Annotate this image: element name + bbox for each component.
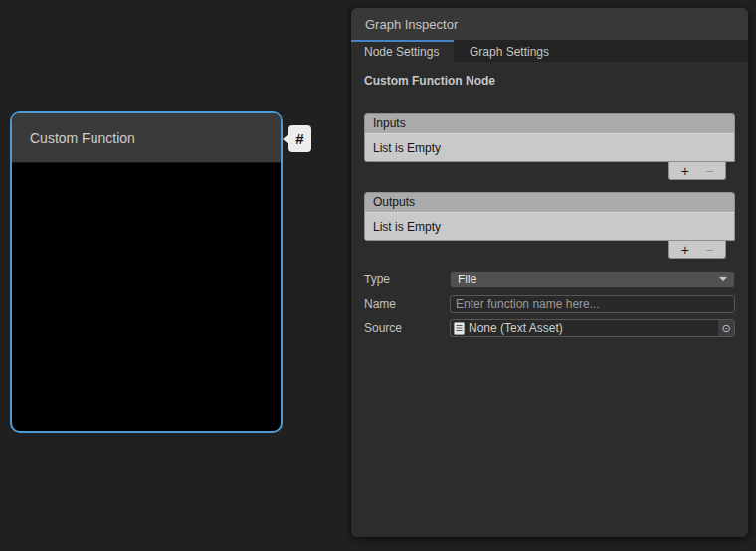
source-field-row: Source None (Text Asset) ⊙ bbox=[364, 319, 735, 337]
source-control: None (Text Asset) ⊙ bbox=[450, 319, 735, 337]
inputs-empty-text: List is Empty bbox=[373, 141, 441, 155]
outputs-list-box: Outputs List is Empty bbox=[364, 192, 735, 241]
node-title: Custom Function bbox=[30, 130, 135, 146]
text-asset-icon bbox=[454, 322, 465, 335]
outputs-empty-text: List is Empty bbox=[373, 220, 441, 234]
section-title: Custom Function Node bbox=[364, 74, 735, 88]
outputs-list-footer: + − bbox=[668, 241, 726, 259]
outputs-list-empty-row: List is Empty bbox=[365, 213, 734, 240]
type-dropdown-value: File bbox=[458, 273, 476, 286]
inspector-content: Custom Function Node Inputs List is Empt… bbox=[351, 74, 748, 337]
outputs-add-button[interactable]: + bbox=[681, 243, 689, 257]
source-object-value: None (Text Asset) bbox=[469, 321, 563, 335]
inputs-list-empty-row: List is Empty bbox=[365, 134, 734, 161]
name-label: Name bbox=[364, 297, 450, 311]
node-title-bar: Custom Function bbox=[12, 113, 281, 163]
name-field-row: Name bbox=[364, 294, 735, 313]
hash-badge[interactable]: # bbox=[288, 125, 311, 152]
inputs-remove-button[interactable]: − bbox=[705, 164, 713, 178]
outputs-remove-button[interactable]: − bbox=[705, 243, 713, 257]
inputs-add-button[interactable]: + bbox=[681, 164, 689, 178]
source-object-field[interactable]: None (Text Asset) bbox=[450, 319, 735, 337]
type-control: File bbox=[450, 271, 735, 288]
name-input[interactable] bbox=[450, 295, 735, 313]
tab-node-settings-label: Node Settings bbox=[364, 45, 439, 59]
badge-tail-icon bbox=[284, 134, 289, 144]
graph-canvas[interactable]: Custom Function # Graph Inspector Node S… bbox=[0, 0, 756, 551]
inputs-list-footer-row: + − bbox=[364, 162, 735, 180]
inputs-list-header: Inputs bbox=[365, 114, 734, 134]
type-dropdown[interactable]: File bbox=[450, 271, 735, 288]
outputs-list-header: Outputs bbox=[365, 193, 734, 213]
tab-bar: Node Settings Graph Settings bbox=[351, 40, 748, 62]
inputs-list: Inputs List is Empty + − bbox=[364, 113, 735, 180]
outputs-list: Outputs List is Empty + − bbox=[364, 192, 735, 259]
name-control bbox=[450, 294, 735, 313]
inputs-list-footer: + − bbox=[668, 162, 726, 180]
type-label: Type bbox=[364, 273, 450, 286]
outputs-list-footer-row: + − bbox=[364, 241, 735, 259]
panel-title: Graph Inspector bbox=[365, 17, 458, 32]
object-picker-button[interactable]: ⊙ bbox=[717, 320, 734, 336]
graph-inspector-panel: Graph Inspector Node Settings Graph Sett… bbox=[351, 8, 748, 537]
object-picker-icon: ⊙ bbox=[721, 322, 730, 335]
inputs-list-box: Inputs List is Empty bbox=[364, 113, 735, 162]
type-field-row: Type File bbox=[364, 271, 735, 288]
dropdown-arrow-icon bbox=[719, 277, 727, 281]
source-label: Source bbox=[364, 321, 450, 335]
tab-graph-settings-label: Graph Settings bbox=[470, 45, 549, 59]
custom-function-node[interactable]: Custom Function bbox=[10, 111, 283, 433]
tab-node-settings[interactable]: Node Settings bbox=[351, 40, 454, 62]
panel-header[interactable]: Graph Inspector bbox=[351, 8, 748, 40]
tab-graph-settings[interactable]: Graph Settings bbox=[454, 40, 565, 62]
hash-badge-glyph: # bbox=[295, 130, 303, 147]
